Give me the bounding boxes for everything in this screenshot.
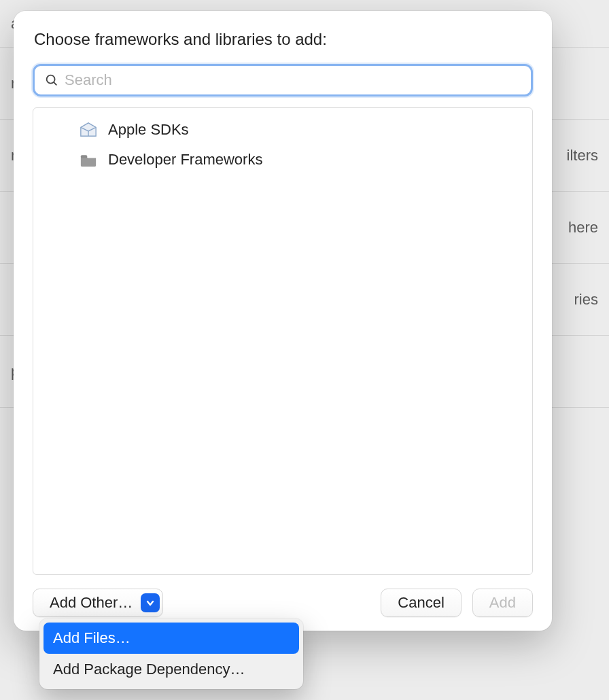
button-bar: Add Other… Cancel Add — [33, 589, 533, 617]
menu-item-add-files[interactable]: Add Files… — [44, 623, 299, 654]
folder-icon — [78, 150, 99, 169]
list-item-label: Developer Frameworks — [108, 151, 262, 169]
bg-row-right: ilters — [567, 147, 598, 164]
add-other-menu: Add Files… Add Package Dependency… — [39, 618, 303, 689]
menu-item-label: Add Files… — [53, 629, 130, 646]
menu-item-add-package-dependency[interactable]: Add Package Dependency… — [44, 654, 299, 685]
bg-row-right: ries — [574, 291, 598, 309]
cancel-button-label: Cancel — [398, 594, 444, 612]
search-icon — [44, 73, 59, 88]
search-field[interactable] — [33, 64, 533, 97]
svg-rect-4 — [81, 155, 87, 158]
add-other-label: Add Other… — [50, 594, 133, 612]
svg-line-1 — [54, 82, 56, 85]
menu-item-label: Add Package Dependency… — [53, 661, 245, 678]
sheet-title: Choose frameworks and libraries to add: — [34, 30, 533, 49]
list-item-apple-sdks[interactable]: Apple SDKs — [33, 115, 532, 145]
svg-point-0 — [47, 75, 55, 84]
search-input[interactable] — [65, 71, 524, 89]
list-item-label: Apple SDKs — [108, 121, 189, 139]
choose-frameworks-sheet: Choose frameworks and libraries to add: … — [14, 11, 552, 631]
add-button-label: Add — [489, 594, 516, 612]
bg-row-right: here — [568, 219, 598, 237]
list-item-developer-frameworks[interactable]: Developer Frameworks — [33, 145, 532, 175]
chevron-down-icon — [141, 593, 160, 612]
cancel-button[interactable]: Cancel — [381, 589, 461, 617]
add-other-pulldown[interactable]: Add Other… — [33, 589, 163, 617]
package-box-icon — [78, 120, 99, 139]
framework-list[interactable]: Apple SDKs Developer Frameworks — [33, 107, 533, 575]
add-button[interactable]: Add — [472, 589, 533, 617]
